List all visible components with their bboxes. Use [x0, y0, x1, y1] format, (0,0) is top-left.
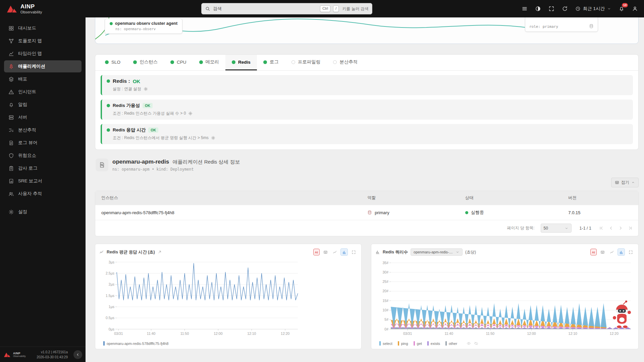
col-instance: 인스턴스: [95, 191, 361, 205]
response-time-chart-card: Redis 평균 응답 시간 (초) AI 0μs0.5μs1μs1.5μs2μ…: [95, 244, 362, 349]
notification-badge: 13: [622, 3, 628, 7]
assistant-mascot[interactable]: [610, 300, 634, 328]
server-icon: [8, 115, 14, 120]
first-page-button[interactable]: [599, 226, 604, 231]
logview-icon: [8, 140, 14, 146]
gear-icon[interactable]: [188, 111, 193, 116]
status-dot: [133, 60, 137, 64]
sidebar-item-topology[interactable]: 토폴로지 맵: [4, 35, 82, 47]
legend-item[interactable]: get: [414, 341, 422, 346]
table-row[interactable]: openmaru-apm-redis-578dfffc75-fj4h8 prim…: [95, 205, 638, 220]
tab-memory[interactable]: 메모리: [193, 55, 226, 70]
prev-page-button[interactable]: [608, 226, 613, 231]
bar-chart-icon: [342, 250, 346, 254]
theme-toggle-button[interactable]: [535, 6, 541, 12]
sidebar-item-risk[interactable]: 위험요소: [4, 149, 82, 162]
brand[interactable]: AINP Observability: [6, 4, 42, 14]
brand-logo-icon: [6, 4, 17, 13]
sidebar-item-timeline[interactable]: 타임라인 맵: [4, 48, 82, 60]
legend-item[interactable]: exists: [427, 341, 440, 346]
hamburger-icon: [522, 6, 528, 12]
chart-title: Redis 평균 응답 시간 (초): [107, 249, 155, 255]
svg-text:11:40: 11:40: [147, 331, 156, 336]
user-menu-button[interactable]: [632, 6, 638, 12]
legend-item[interactable]: ping: [398, 341, 408, 346]
sidebar-item-application[interactable]: 애플리케이션: [4, 60, 82, 72]
svg-text:12:10: 12:10: [569, 331, 577, 336]
tab-slo[interactable]: SLO: [99, 55, 127, 70]
notifications-button[interactable]: 13: [619, 6, 625, 12]
sidebar-item-settings[interactable]: 설정: [4, 206, 82, 218]
sidebar-item-alerts[interactable]: 알림: [4, 99, 82, 111]
sidebar-item-tracing[interactable]: 분산추적: [4, 124, 82, 136]
topology-role-box[interactable]: role: primary: [525, 17, 598, 32]
refresh-button[interactable]: [562, 6, 568, 12]
database-icon: [367, 210, 372, 215]
expand-chart-button[interactable]: [350, 248, 357, 256]
area-chart-svg: 0#5#10#15#20#25#30#35#03/3111:4011:5012:…: [375, 258, 634, 339]
tab-redis[interactable]: Redis: [225, 55, 257, 70]
fullscreen-icon: [352, 250, 356, 254]
gear-icon: [8, 209, 14, 215]
fullscreen-button[interactable]: [548, 6, 554, 12]
topology-icon: [8, 38, 14, 44]
svg-text:10#: 10#: [382, 308, 388, 312]
tab-logs[interactable]: 로그: [257, 55, 285, 70]
sidebar-item-sre-report[interactable]: SRE 보고서: [4, 175, 82, 187]
sidebar-item-label: 서버: [18, 114, 27, 120]
svg-text:20#: 20#: [382, 289, 388, 293]
line-mode-button[interactable]: [608, 248, 615, 256]
svg-text:1μs: 1μs: [109, 305, 114, 309]
instance-select[interactable]: openmaru-apm-redis-57…: [411, 248, 463, 256]
tab-tracing[interactable]: 분산추적: [327, 55, 364, 70]
tab-cpu[interactable]: CPU: [164, 55, 193, 70]
trace-icon: [8, 127, 14, 133]
ai-analysis-button[interactable]: AI: [313, 249, 320, 255]
sidebar-item-user-tracking[interactable]: 사용자 추적: [4, 188, 82, 200]
chart-legend: openmaru-apm-redis-578dfffc75-fj4h8: [99, 341, 357, 347]
response-time-chart[interactable]: 0μs0.5μs1μs1.5μs2μs2.5μs3μs03/3111:4011:…: [99, 258, 357, 341]
expand-chart-button[interactable]: [627, 248, 634, 256]
per-page-select[interactable]: 50: [541, 224, 572, 233]
next-page-button[interactable]: [618, 226, 623, 231]
eye-off-icon[interactable]: [474, 341, 478, 346]
per-page-label: 페이지 당 항목:: [507, 225, 535, 231]
sidebar-item-server[interactable]: 서버: [4, 111, 82, 123]
eye-icon[interactable]: [467, 341, 471, 346]
line-mode-button[interactable]: [331, 248, 338, 256]
last-page-button[interactable]: [628, 226, 633, 231]
section-subtitle: 애플리케이션 Redis 상세 정보: [173, 159, 240, 165]
topology-node[interactable]: openmaru observ cluster agent ns: openma…: [105, 18, 182, 34]
tab-instances[interactable]: 인스턴스: [127, 55, 164, 70]
menu-button[interactable]: [522, 6, 528, 12]
gear-icon[interactable]: [144, 87, 148, 91]
timeline-icon: [8, 51, 14, 57]
status-title: Redis :: [113, 78, 130, 84]
time-range-selector[interactable]: 최근 1시간: [575, 6, 611, 12]
collapse-table-button[interactable]: 접기: [611, 178, 639, 187]
query-count-chart[interactable]: 0#5#10#15#20#25#30#35#03/3111:4011:5012:…: [375, 258, 634, 341]
legend-item[interactable]: other: [445, 341, 457, 346]
expand-diagonal-icon[interactable]: [158, 250, 162, 254]
gear-icon[interactable]: [211, 136, 215, 140]
sidebar-item-dashboard[interactable]: 대시보드: [4, 22, 82, 34]
bar-mode-button[interactable]: [618, 248, 625, 256]
sidebar-item-log-viewer[interactable]: 로그 뷰어: [4, 137, 82, 149]
legend-item[interactable]: select: [379, 341, 392, 346]
sidebar-collapse-button[interactable]: [73, 350, 82, 359]
ai-analysis-button[interactable]: AI: [590, 249, 597, 255]
sidebar-item-label: 대시보드: [18, 25, 36, 31]
sidebar-item-audit-log[interactable]: 감사 로그: [4, 162, 82, 174]
table-header-row: 인스턴스 역할 상태 버전: [95, 191, 638, 205]
legend-item[interactable]: openmaru-apm-redis-578dfffc75-fj4h8: [103, 341, 168, 346]
data-table-button[interactable]: [599, 248, 606, 256]
sidebar-item-incident[interactable]: 인시던트: [4, 86, 82, 98]
status-dot: [170, 60, 174, 64]
search-input[interactable]: 검색 Ctrl / 키를 눌러 검색: [201, 3, 372, 14]
data-table-button[interactable]: [322, 248, 329, 256]
footer-brand-name: AINP: [13, 352, 26, 355]
tab-profiling[interactable]: 프로파일링: [285, 55, 327, 70]
bar-mode-button[interactable]: [340, 248, 348, 256]
sidebar-item-deploy[interactable]: 배포: [4, 73, 82, 85]
table-icon: [600, 250, 605, 254]
